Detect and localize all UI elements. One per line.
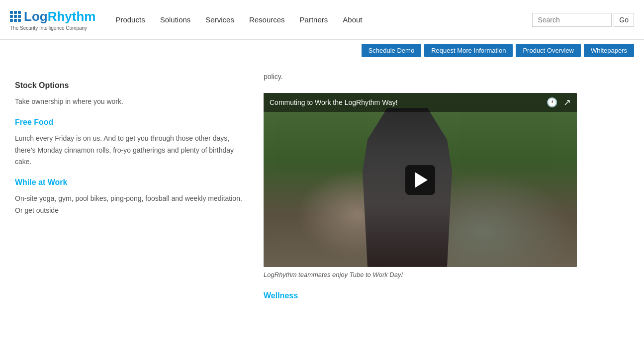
- policy-text: policy.: [264, 71, 629, 83]
- nav-services[interactable]: Services: [205, 13, 234, 26]
- video-player[interactable]: Commuting to Work the LogRhythm Way! 🕐 ↗: [264, 93, 577, 267]
- request-info-button[interactable]: Request More Information: [424, 44, 513, 57]
- play-triangle-icon: [415, 172, 428, 188]
- stock-options-section: Stock Options Take ownership in where yo…: [15, 81, 244, 108]
- while-at-work-section: While at Work On-site yoga, gym, pool bi…: [15, 178, 244, 217]
- share-icon[interactable]: ↗: [563, 97, 571, 108]
- product-overview-button[interactable]: Product Overview: [516, 44, 581, 57]
- video-icons: 🕐 ↗: [547, 97, 571, 108]
- search-button[interactable]: Go: [614, 13, 634, 27]
- wellness-heading: Wellness: [264, 291, 629, 300]
- logo-area: LogRhythm The Security Intelligence Comp…: [10, 9, 95, 31]
- schedule-demo-button[interactable]: Schedule Demo: [362, 44, 422, 57]
- play-button[interactable]: [405, 165, 435, 195]
- video-container: Commuting to Work the LogRhythm Way! 🕐 ↗: [264, 93, 577, 267]
- action-bar: Schedule Demo Request More Information P…: [0, 40, 644, 61]
- video-caption: LogRhythm teammates enjoy Tube to Work D…: [264, 267, 629, 286]
- stock-options-text: Take ownership in where you work.: [15, 96, 244, 108]
- video-overlay-top: Commuting to Work the LogRhythm Way! 🕐 ↗: [264, 93, 577, 112]
- header: LogRhythm The Security Intelligence Comp…: [0, 0, 644, 40]
- nav-about[interactable]: About: [343, 13, 362, 26]
- whitepapers-button[interactable]: Whitepapers: [584, 44, 634, 57]
- left-column: Stock Options Take ownership in where yo…: [15, 71, 244, 300]
- nav-partners[interactable]: Partners: [300, 13, 328, 26]
- nav-resources[interactable]: Resources: [249, 13, 285, 26]
- while-at-work-heading: While at Work: [15, 178, 244, 187]
- logo-text: LogRhythm: [10, 9, 95, 24]
- logo-rhythm: Rhythm: [48, 9, 96, 24]
- nav-solutions[interactable]: Solutions: [160, 13, 191, 26]
- while-at-work-text: On-site yoga, gym, pool bikes, ping-pong…: [15, 193, 244, 217]
- main-content: Stock Options Take ownership in where yo…: [0, 61, 644, 310]
- logo-log: Log: [24, 9, 48, 24]
- free-food-text: Lunch every Friday is on us. And to get …: [15, 133, 244, 168]
- search-input[interactable]: [532, 13, 612, 27]
- logo-grid-icon: [10, 11, 21, 22]
- right-column: policy. Commuting to Work the LogRhythm …: [264, 71, 629, 300]
- free-food-heading: Free Food: [15, 118, 244, 127]
- nav-products[interactable]: Products: [115, 13, 145, 26]
- main-nav: Products Solutions Services Resources Pa…: [115, 13, 532, 26]
- stock-options-heading: Stock Options: [15, 81, 244, 90]
- logo-tagline: The Security Intelligence Company: [10, 25, 95, 31]
- logo-name: LogRhythm: [24, 9, 95, 24]
- free-food-section: Free Food Lunch every Friday is on us. A…: [15, 118, 244, 168]
- video-title: Commuting to Work the LogRhythm Way!: [270, 98, 398, 106]
- search-area: Go: [532, 13, 634, 27]
- clock-icon[interactable]: 🕐: [547, 97, 557, 108]
